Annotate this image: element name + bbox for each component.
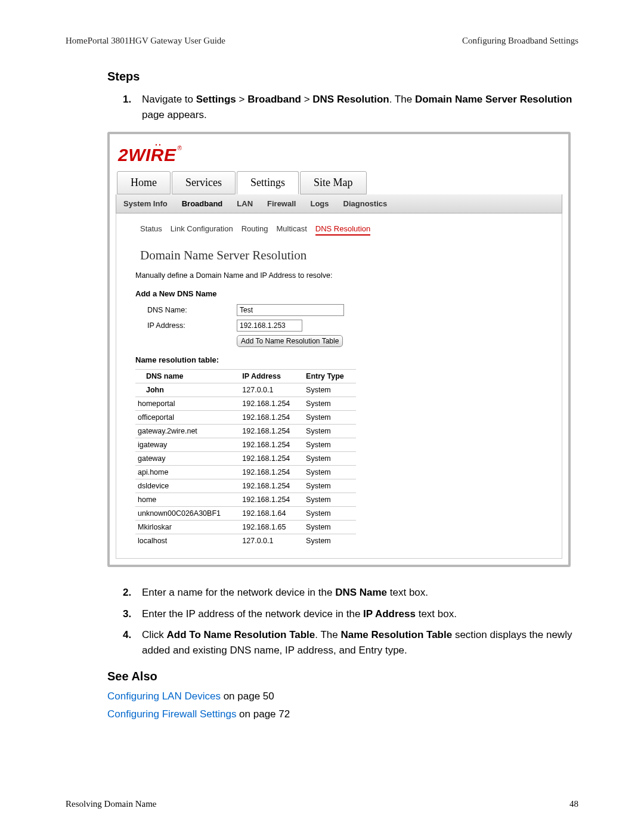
table-row: api.home192.168.1.254System (135, 466, 356, 479)
table-row: officeportal192.168.1.254System (135, 411, 356, 425)
subtab-diagnostics[interactable]: Diagnostics (343, 199, 388, 208)
table-row: dsldevice192.168.1.254System (135, 479, 356, 493)
ip-address-input[interactable] (237, 320, 302, 332)
tab-settings[interactable]: Settings (237, 171, 299, 194)
ttab-routing[interactable]: Routing (242, 224, 268, 236)
col-dns-name: DNS name (135, 370, 240, 383)
col-entry-type: Entry Type (304, 370, 356, 383)
dns-table: DNS name IP Address Entry Type John127.0… (135, 369, 356, 547)
table-row: gateway192.168.1.254System (135, 452, 356, 466)
section-title: Domain Name Server Resolution (140, 248, 555, 263)
see-also-link-1: Configuring LAN Devices on page 50 (107, 690, 578, 702)
table-row: gateway.2wire.net192.168.1.254System (135, 425, 356, 438)
table-row: John127.0.0.1System (135, 383, 356, 397)
see-also-heading: See Also (107, 670, 578, 683)
add-dns-heading: Add a New DNS Name (135, 289, 555, 298)
subtab-broadband[interactable]: Broadband (182, 199, 223, 208)
tab-home[interactable]: Home (117, 171, 171, 194)
subtab-lan[interactable]: LAN (237, 199, 253, 208)
table-row: Mkirloskar192.168.1.65System (135, 521, 356, 534)
link-firewall-settings[interactable]: Configuring Firewall Settings (107, 708, 236, 720)
col-ip-address: IP Address (240, 370, 304, 383)
table-row: home192.168.1.254System (135, 493, 356, 507)
subtab-firewall[interactable]: Firewall (267, 199, 296, 208)
step-3: 3.Enter the IP address of the network de… (123, 606, 578, 622)
ttab-status[interactable]: Status (140, 224, 162, 236)
step-4: 4.Click Add To Name Resolution Table. Th… (123, 627, 578, 658)
see-also-link-2: Configuring Firewall Settings on page 72 (107, 708, 578, 720)
table-row: localhost127.0.0.1System (135, 534, 356, 548)
steps-heading: Steps (107, 70, 578, 83)
section-subtext: Manually define a Domain Name and IP Add… (135, 271, 555, 280)
tab-services[interactable]: Services (172, 171, 236, 194)
brand-logo: 2WIRE® (118, 145, 182, 165)
table-row: igateway192.168.1.254System (135, 438, 356, 452)
add-to-table-button[interactable]: Add To Name Resolution Table (237, 335, 343, 347)
step-1: 1. Navigate to Settings > Broadband > DN… (123, 92, 578, 122)
ttab-dns-resolution[interactable]: DNS Resolution (315, 224, 371, 236)
table-row: unknown00C026A30BF1192.168.1.64System (135, 507, 356, 521)
dns-name-input[interactable] (237, 304, 344, 316)
dns-name-label: DNS Name: (147, 306, 237, 314)
ttab-multicast[interactable]: Multicast (276, 224, 306, 236)
step-2: 2.Enter a name for the network device in… (123, 585, 578, 600)
gateway-screenshot: 2WIRE® Home Services Settings Site Map S… (107, 132, 571, 567)
subtab-system-info[interactable]: System Info (123, 199, 168, 208)
link-lan-devices[interactable]: Configuring LAN Devices (107, 690, 221, 702)
header-left: HomePortal 3801HGV Gateway User Guide (66, 36, 225, 46)
footer-left: Resolving Domain Name (66, 799, 156, 809)
tab-sitemap[interactable]: Site Map (300, 171, 367, 194)
footer-page-number: 48 (569, 799, 578, 809)
nrt-heading: Name resolution table: (135, 355, 555, 364)
ttab-link-config[interactable]: Link Configuration (171, 224, 233, 236)
ip-address-label: IP Address: (147, 321, 237, 330)
table-row: homeportal192.168.1.254System (135, 397, 356, 411)
subtab-logs[interactable]: Logs (310, 199, 329, 208)
header-right: Configuring Broadband Settings (462, 36, 578, 46)
